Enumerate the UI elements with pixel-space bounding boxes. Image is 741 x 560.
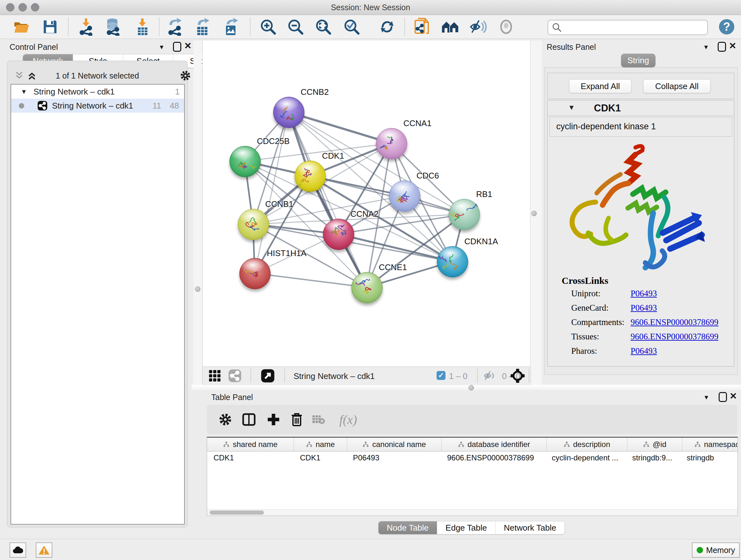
table-options-button[interactable] bbox=[216, 411, 234, 428]
node-CCNA2[interactable] bbox=[323, 219, 354, 250]
zoom-fit-button[interactable] bbox=[314, 18, 332, 36]
warnings-button[interactable] bbox=[36, 543, 52, 558]
right-splitter-handle[interactable] bbox=[531, 211, 537, 216]
tab-string[interactable]: String bbox=[621, 54, 656, 67]
table-panel-close-button[interactable]: ✕ bbox=[730, 392, 737, 400]
gene-expand-caret[interactable]: ▼ bbox=[568, 104, 575, 112]
show-columns-button[interactable] bbox=[240, 411, 258, 428]
network-snapshot-button[interactable] bbox=[413, 18, 431, 36]
node-RB1[interactable] bbox=[449, 199, 480, 230]
memory-button[interactable]: Memory bbox=[692, 543, 740, 558]
birdseye-view-icon[interactable] bbox=[228, 369, 242, 382]
expand-all-button[interactable]: Expand All bbox=[569, 79, 631, 93]
selected-checkbox[interactable]: ✓ bbox=[436, 371, 446, 380]
table-horizontal-scrollbar[interactable] bbox=[207, 509, 738, 516]
node-HIST1H1A[interactable] bbox=[239, 258, 271, 289]
tab-edge-table[interactable]: Edge Table bbox=[437, 521, 495, 534]
search-box[interactable] bbox=[548, 20, 708, 35]
apply-layout-button[interactable] bbox=[378, 18, 396, 36]
table-panel-menu-caret[interactable]: ▼ bbox=[703, 394, 710, 401]
cell-namespace[interactable]: stringdb bbox=[680, 451, 738, 464]
save-session-button[interactable] bbox=[41, 18, 59, 36]
edge-CCNB2-CCNE1[interactable] bbox=[288, 112, 367, 287]
column-header-shared-name[interactable]: shared name bbox=[207, 438, 294, 451]
tab-network-table[interactable]: Network Table bbox=[495, 521, 564, 534]
node-CDKN1A[interactable] bbox=[437, 246, 468, 277]
node-CCNB2[interactable] bbox=[273, 97, 305, 128]
results-panel-close-button[interactable]: ✕ bbox=[729, 42, 736, 50]
left-splitter-handle[interactable] bbox=[195, 287, 200, 292]
cell-name[interactable]: CDK1 bbox=[293, 451, 347, 464]
control-panel-float-button[interactable] bbox=[173, 42, 181, 52]
function-builder-button[interactable]: f(x) bbox=[334, 411, 362, 428]
edge-HIST1H1A-CCNE1[interactable] bbox=[255, 273, 367, 287]
export-image-button[interactable] bbox=[222, 18, 240, 36]
node-CCNA1[interactable] bbox=[376, 128, 407, 159]
crosslink-link[interactable]: P06493 bbox=[630, 346, 657, 356]
import-table-button[interactable] bbox=[133, 18, 151, 36]
import-network-file-button[interactable] bbox=[77, 18, 95, 36]
column-header-name[interactable]: name bbox=[294, 438, 347, 451]
network-row-selected[interactable]: String Network – cdk1 11 48 bbox=[11, 99, 184, 113]
crosslink-link[interactable]: P06493 bbox=[630, 289, 657, 299]
control-panel-menu-caret[interactable]: ▼ bbox=[158, 44, 165, 51]
zoom-out-button[interactable] bbox=[286, 18, 305, 36]
cloud-status-button[interactable] bbox=[10, 543, 26, 558]
export-network-button[interactable] bbox=[166, 18, 184, 36]
gene-section-header[interactable]: ▼ CDK1 bbox=[548, 100, 734, 116]
scrollbar-thumb[interactable] bbox=[210, 510, 264, 515]
column-header-@id[interactable]: @id bbox=[627, 438, 682, 451]
open-session-button[interactable] bbox=[13, 18, 30, 36]
zoom-in-button[interactable] bbox=[259, 18, 277, 36]
delete-table-button[interactable] bbox=[310, 411, 327, 428]
network-canvas[interactable]: CCNB2CCNA1CDC25BCDK1CDC6RB1CCNB1CCNA2CDK… bbox=[202, 41, 530, 367]
horizontal-splitter-handle[interactable] bbox=[468, 385, 474, 390]
column-header-description[interactable]: description bbox=[547, 438, 627, 451]
help-button[interactable]: ? bbox=[718, 18, 736, 36]
right-splitter[interactable] bbox=[530, 41, 542, 385]
crosslink-link[interactable]: 9606.ENSP00000378699 bbox=[630, 332, 718, 341]
results-panel-menu-caret[interactable]: ▼ bbox=[703, 44, 709, 51]
node-CDK1[interactable] bbox=[294, 161, 326, 192]
column-header-canonical-name[interactable]: canonical name bbox=[347, 438, 442, 451]
cell-canonical-name[interactable]: P06493 bbox=[347, 451, 441, 464]
export-table-button[interactable] bbox=[194, 18, 212, 36]
cell-shared-name[interactable]: CDK1 bbox=[207, 451, 293, 464]
node-CDC6[interactable] bbox=[389, 180, 420, 212]
results-panel-float-button[interactable] bbox=[718, 42, 726, 52]
tab-node-table[interactable]: Node Table bbox=[379, 521, 437, 534]
show-glass-pane-button[interactable] bbox=[497, 18, 515, 36]
cell-database-identifier[interactable]: 9606.ENSP00000378699 bbox=[441, 451, 545, 464]
hidden-eye-slash-icon[interactable] bbox=[483, 370, 496, 381]
control-panel-close-button[interactable]: ✕ bbox=[184, 42, 192, 50]
horizontal-splitter[interactable] bbox=[192, 385, 741, 390]
left-splitter[interactable] bbox=[193, 41, 202, 385]
column-header-namespace[interactable]: namespace bbox=[682, 438, 738, 451]
node-table[interactable]: shared namenamecanonical namedatabase id… bbox=[207, 437, 738, 516]
table-panel-float-button[interactable] bbox=[719, 392, 727, 402]
table-row[interactable]: CDK1CDK1P064939606.ENSP00000378699cyclin… bbox=[207, 451, 738, 464]
search-input[interactable] bbox=[564, 21, 707, 34]
zoom-selected-button[interactable] bbox=[343, 18, 360, 36]
node-CCNE1[interactable] bbox=[351, 272, 383, 303]
import-network-database-button[interactable] bbox=[104, 18, 122, 36]
cell-description[interactable]: cyclin-dependent ... bbox=[545, 451, 626, 464]
network-collection-row[interactable]: ▼ String Network – cdk1 1 bbox=[11, 84, 184, 99]
crosslink-link[interactable]: P06493 bbox=[630, 303, 657, 313]
home-button[interactable] bbox=[441, 18, 459, 36]
node-CDC25B[interactable] bbox=[229, 146, 261, 177]
hide-glass-pane-button[interactable] bbox=[469, 18, 487, 36]
column-header-database-identifier[interactable]: database identifier bbox=[442, 438, 547, 451]
edge-CDK1-RB1[interactable] bbox=[310, 176, 464, 214]
open-in-window-icon[interactable] bbox=[261, 369, 275, 383]
create-column-button[interactable] bbox=[265, 411, 282, 428]
node-CCNB1[interactable] bbox=[238, 209, 269, 240]
crosslink-link[interactable]: 9606.ENSP00000378699 bbox=[630, 317, 718, 327]
cell-@id[interactable]: stringdb:9... bbox=[626, 451, 680, 464]
navigate-target-icon[interactable] bbox=[510, 368, 525, 383]
grid-view-icon[interactable] bbox=[208, 369, 221, 382]
collection-expand-caret[interactable]: ▼ bbox=[21, 88, 27, 96]
collapse-all-button[interactable]: Collapse All bbox=[643, 79, 711, 93]
delete-columns-button[interactable] bbox=[288, 411, 306, 428]
network-options-gear-icon[interactable] bbox=[180, 70, 191, 81]
